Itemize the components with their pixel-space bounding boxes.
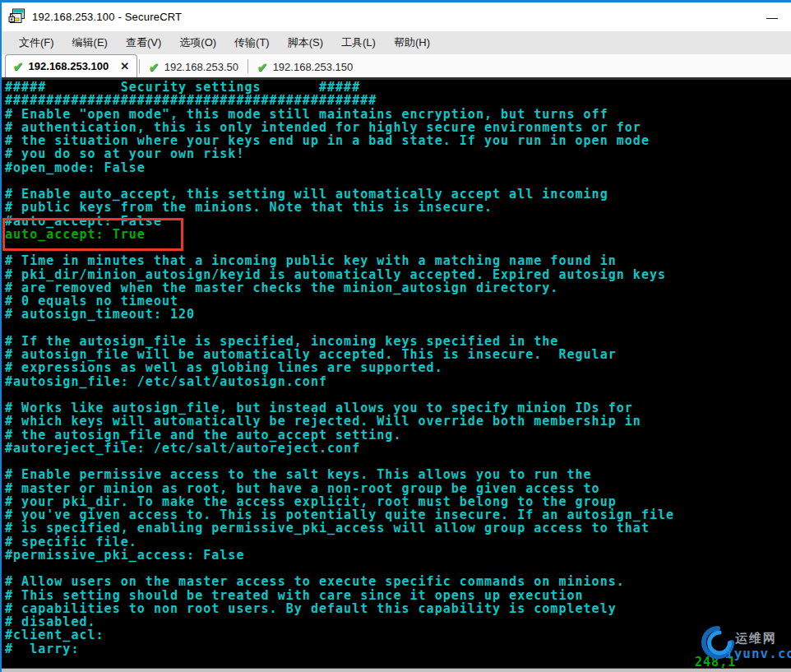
connected-check-icon: ✔ (257, 61, 268, 73)
securecrt-app-icon (8, 8, 25, 25)
terminal-line: # disabled. (5, 615, 791, 628)
menu-item[interactable]: 选项(O) (170, 31, 225, 54)
terminal-line: #auto_accept: False (5, 215, 791, 228)
menu-item[interactable]: 帮助(H) (385, 31, 439, 54)
terminal-line: # Allow users on the master access to ex… (5, 575, 791, 588)
terminal-line: # you've given access to. This is potent… (5, 508, 791, 521)
terminal-line: #autosign_file: /etc/salt/autosign.conf (5, 375, 791, 388)
minimize-button[interactable]: — (753, 2, 791, 31)
terminal-line: # Enable "open mode", this mode still ma… (5, 108, 791, 121)
window-bottom-edge (2, 668, 791, 672)
terminal-line: # master or minion as root, but have a n… (5, 482, 791, 495)
terminal-line: # which keys will automatically be rejec… (5, 415, 791, 428)
terminal-line (5, 388, 791, 401)
terminal-line: # your pki_dir. To make the access expli… (5, 495, 791, 508)
terminal-line: #autoreject_file: /etc/salt/autoreject.c… (5, 442, 791, 455)
terminal-line: ##### Security settings ##### (5, 81, 791, 94)
tab-label: 192.168.253.100 (29, 60, 109, 72)
tab-192-168-253-100[interactable]: ✔ 192.168.253.100 ✕ (5, 54, 137, 77)
terminal-line (5, 455, 791, 468)
terminal-line: # you do so at your own risk! (5, 147, 791, 160)
securecrt-window: 192.168.253.100 - SecureCRT — 文件(F)编辑(E)… (0, 0, 791, 672)
connected-check-icon: ✔ (13, 60, 24, 72)
terminal-line (5, 174, 791, 188)
terminal-line: #client_acl: (5, 628, 791, 642)
menu-item[interactable]: 工具(L) (332, 31, 385, 54)
terminal-line: # the autosign_file and the auto_accept … (5, 429, 791, 442)
terminal-line: # specific file. (5, 535, 791, 549)
terminal-line: # public keys from the minions. Note tha… (5, 201, 791, 214)
terminal-line: ########################################… (5, 94, 791, 107)
tabbar: ✔ 192.168.253.100 ✕ ✔ 192.168.253.50 ✔ 1… (2, 54, 791, 80)
terminal-line: #open_mode: False (5, 161, 791, 174)
menu-item[interactable]: 传输(T) (225, 31, 279, 54)
menu-item[interactable]: 脚本(S) (279, 31, 332, 54)
terminal-line: # capabilities to non root users. By def… (5, 602, 791, 615)
tab-separator (247, 59, 248, 73)
terminal-line: # 0 equals no timeout (5, 294, 791, 308)
tab-label: 192.168.253.150 (273, 61, 354, 73)
terminal-line: # If the autosign_file is specified, inc… (5, 335, 791, 348)
tab-192-168-253-50[interactable]: ✔ 192.168.253.50 (141, 56, 246, 77)
terminal-line: # pki_dir/minion_autosign/keyid is autom… (5, 268, 791, 281)
tab-separator (139, 59, 140, 73)
terminal-line: # autosign_timeout: 120 (5, 308, 791, 321)
terminal-line (5, 241, 791, 254)
vim-ruler-position: 248,1 (695, 656, 736, 668)
terminal-line: # the situation where your keys end up i… (5, 134, 791, 147)
window-controls: — (753, 2, 791, 31)
menu-item[interactable]: 查看(V) (117, 31, 170, 54)
titlebar: 192.168.253.100 - SecureCRT — (2, 2, 791, 31)
terminal-line (5, 322, 791, 335)
terminal-line: # expressions as well as globing lines a… (5, 361, 791, 374)
terminal-line: # are removed when the master checks the… (5, 281, 791, 294)
connected-check-icon: ✔ (149, 61, 160, 73)
terminal-line: # Works like autosign_file, but instead … (5, 401, 791, 415)
tab-label: 192.168.253.50 (164, 61, 238, 73)
menu-item[interactable]: 编辑(E) (63, 31, 117, 54)
terminal-line: auto_accept: True (5, 228, 791, 241)
terminal-line: #permissive_pki_access: False (5, 549, 791, 562)
terminal-line: # This setting should be treated with ca… (5, 589, 791, 602)
terminal-line: # Enable auto_accept, this setting will … (5, 188, 791, 201)
terminal-line (5, 562, 791, 575)
terminal-output: ##### Security settings ################… (5, 81, 791, 656)
terminal-line: # larry: (5, 642, 791, 656)
tab-192-168-253-150[interactable]: ✔ 192.168.253.150 (250, 56, 360, 77)
terminal-line: # Time in minutes that a incoming public… (5, 254, 791, 267)
terminal-screen[interactable]: ##### Security settings ################… (2, 80, 791, 668)
terminal-line: # autosign_file will be automatically ac… (5, 348, 791, 361)
terminal-line: # authentication, this is only intended … (5, 121, 791, 134)
window-title: 192.168.253.100 - SecureCRT (32, 11, 182, 23)
terminal-line: # Enable permissive access to the salt k… (5, 468, 791, 481)
tab-close-icon[interactable]: ✕ (120, 61, 129, 72)
menu-item[interactable]: 文件(F) (10, 31, 63, 54)
menubar: 文件(F)编辑(E)查看(V)选项(O)传输(T)脚本(S)工具(L)帮助(H) (2, 31, 791, 54)
terminal-line: # is specified, enabling permissive_pki_… (5, 521, 791, 535)
